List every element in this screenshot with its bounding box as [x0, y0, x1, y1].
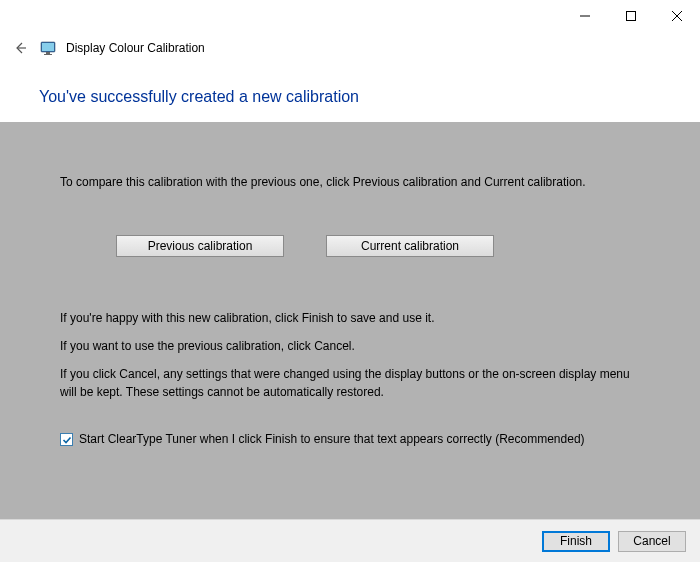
svg-rect-1 [627, 12, 636, 21]
content-area: To compare this calibration with the pre… [0, 122, 700, 520]
window-title: Display Colour Calibration [66, 41, 205, 55]
previous-calibration-button[interactable]: Previous calibration [116, 235, 284, 257]
title-bar [0, 0, 700, 30]
svg-rect-8 [44, 54, 52, 55]
current-calibration-button[interactable]: Current calibration [326, 235, 494, 257]
svg-rect-6 [42, 43, 54, 51]
cancel-note: If you click Cancel, any settings that w… [60, 365, 640, 401]
page-heading: You've successfully created a new calibr… [39, 88, 700, 106]
cleartype-checkbox[interactable] [60, 433, 73, 446]
header-row: Display Colour Calibration [0, 30, 700, 66]
cleartype-checkbox-label: Start ClearType Tuner when I click Finis… [79, 431, 585, 448]
back-button[interactable] [10, 38, 30, 58]
minimize-button[interactable] [562, 2, 608, 30]
close-button[interactable] [654, 2, 700, 30]
footer: Finish Cancel [0, 519, 700, 562]
check-icon [62, 435, 72, 445]
cancel-button[interactable]: Cancel [618, 531, 686, 552]
svg-rect-7 [46, 52, 50, 54]
finish-instruction: If you're happy with this new calibratio… [60, 309, 640, 327]
cancel-instruction: If you want to use the previous calibrat… [60, 337, 640, 355]
compare-buttons-row: Previous calibration Current calibration [116, 235, 640, 257]
cleartype-checkbox-row: Start ClearType Tuner when I click Finis… [60, 431, 640, 448]
maximize-button[interactable] [608, 2, 654, 30]
compare-description: To compare this calibration with the pre… [60, 174, 640, 191]
finish-button[interactable]: Finish [542, 531, 610, 552]
heading-row: You've successfully created a new calibr… [0, 66, 700, 122]
app-icon [40, 40, 56, 56]
window-controls [562, 2, 700, 30]
